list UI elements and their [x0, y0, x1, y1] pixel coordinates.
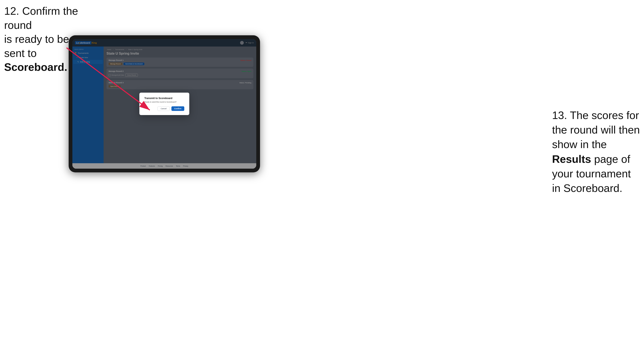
annotation-line2: is ready to be sent to	[4, 33, 69, 59]
modal-confirm-button[interactable]: Confirm	[172, 106, 184, 111]
modal-subtitle: Ready to send this round to Scoreboard?	[144, 101, 184, 103]
modal-overlay: Transmit to Scoreboard Ready to send thi…	[72, 39, 256, 169]
transmit-modal: Transmit to Scoreboard Ready to send thi…	[139, 93, 189, 115]
modal-title: Transmit to Scoreboard	[144, 97, 184, 100]
modal-cancel-button[interactable]: Cancel	[158, 106, 170, 111]
tablet-frame: Leaderboard King ⮕ Sign In MAIN MENU 🏆 T…	[69, 35, 260, 173]
annotation-bold: Scoreboard.	[4, 61, 67, 73]
annotation-line1: 12. Confirm the round	[4, 5, 78, 31]
modal-buttons: Cancel Confirm	[144, 106, 184, 111]
annotation-right-text: 13. The scores for the round will then s…	[552, 109, 640, 194]
tablet-screen: Leaderboard King ⮕ Sign In MAIN MENU 🏆 T…	[72, 39, 256, 169]
annotation-right: 13. The scores for the round will then s…	[552, 108, 640, 195]
